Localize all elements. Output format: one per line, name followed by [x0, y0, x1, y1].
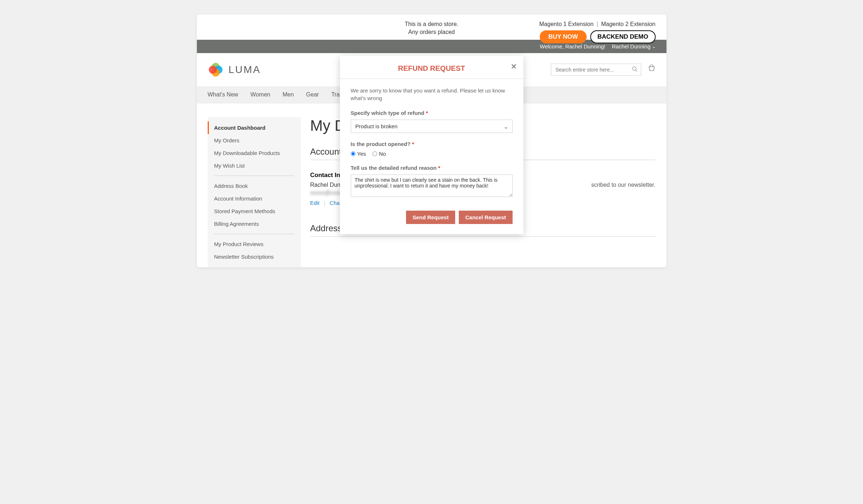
- radio-no[interactable]: [372, 151, 377, 156]
- radio-yes[interactable]: [351, 151, 355, 156]
- modal-body: We are sorry to know that you want a ref…: [340, 79, 523, 234]
- sidebar: Account Dashboard My Orders My Downloada…: [208, 117, 301, 267]
- label-text: Is the product opened?: [351, 141, 411, 147]
- refund-type-select-wrap: Product is broken ⌄: [351, 120, 513, 133]
- sidebar-item-billing[interactable]: Billing Agreements: [208, 217, 301, 230]
- nav-men[interactable]: Men: [282, 91, 294, 98]
- page-container: This is a demo store. Any orders placed …: [197, 14, 666, 267]
- sidebar-item-downloadable[interactable]: My Downloadable Products: [208, 147, 301, 159]
- refund-request-modal: REFUND REQUEST ✕ We are sorry to know th…: [340, 56, 523, 234]
- sidebar-item-newsletter[interactable]: Newsletter Subscriptions: [208, 250, 301, 263]
- backend-demo-button[interactable]: BACKEND DEMO: [590, 30, 656, 43]
- cart-icon[interactable]: [648, 65, 656, 75]
- search-input[interactable]: [551, 64, 641, 76]
- refund-type-select[interactable]: Product is broken: [351, 120, 513, 133]
- product-opened-radios: Yes No: [351, 151, 513, 157]
- sidebar-item-wishlist[interactable]: My Wish List: [208, 159, 301, 172]
- modal-title-text: REFUND REQUEST: [398, 64, 465, 72]
- svg-point-3: [209, 66, 217, 74]
- user-name: Rachel Dunning: [612, 43, 651, 49]
- sidebar-item-account-info[interactable]: Account Information: [208, 192, 301, 205]
- send-request-button[interactable]: Send Request: [406, 211, 455, 224]
- product-opened-label: Is the product opened? *: [351, 141, 513, 147]
- sidebar-item-address[interactable]: Address Book: [208, 180, 301, 192]
- search-box: [551, 64, 641, 76]
- svg-point-4: [633, 67, 636, 70]
- label-text: Specify which type of refund: [351, 110, 424, 116]
- search-icon[interactable]: [632, 66, 638, 73]
- sidebar-divider: [214, 234, 294, 234]
- extension-links: Magento 1 Extension | Magento 2 Extensio…: [539, 21, 656, 27]
- link-separator: |: [597, 21, 598, 27]
- required-indicator: *: [412, 141, 414, 147]
- cancel-request-button[interactable]: Cancel Request: [459, 211, 513, 224]
- radio-yes-text: Yes: [357, 151, 366, 157]
- modal-buttons: Send Request Cancel Request: [351, 211, 513, 224]
- sidebar-divider: [214, 176, 294, 176]
- nav-gear[interactable]: Gear: [306, 91, 319, 98]
- buy-now-button[interactable]: BUY NOW: [540, 30, 587, 43]
- header-right: [551, 64, 656, 76]
- user-dropdown[interactable]: Rachel Dunning ⌄: [612, 43, 656, 49]
- label-text: Tell us the detailed refund reason: [351, 165, 437, 171]
- refund-reason-label: Tell us the detailed refund reason *: [351, 165, 513, 171]
- refund-type-label: Specify which type of refund *: [351, 110, 513, 116]
- sidebar-item-orders[interactable]: My Orders: [208, 134, 301, 147]
- welcome-text: Welcome, Rachel Dunning!: [540, 43, 605, 49]
- edit-link[interactable]: Edit: [310, 200, 320, 206]
- required-indicator: *: [438, 165, 440, 171]
- close-icon[interactable]: ✕: [511, 62, 517, 71]
- promo-buttons: BUY NOW BACKEND DEMO: [540, 30, 656, 43]
- chevron-down-icon: ⌄: [652, 44, 656, 49]
- logo[interactable]: LUMA: [208, 62, 261, 78]
- demo-notice: This is a demo store. Any orders placed …: [197, 14, 666, 40]
- radio-yes-label[interactable]: Yes: [351, 151, 366, 157]
- modal-title: REFUND REQUEST ✕: [340, 56, 523, 79]
- radio-no-text: No: [379, 151, 386, 157]
- nav-women[interactable]: Women: [250, 91, 270, 98]
- logo-text: LUMA: [229, 64, 261, 76]
- sidebar-item-dashboard[interactable]: Account Dashboard: [208, 121, 301, 134]
- nav-whats-new[interactable]: What's New: [208, 91, 238, 98]
- link-separator: |: [324, 200, 325, 206]
- logo-icon: [208, 62, 224, 78]
- required-indicator: *: [426, 110, 428, 116]
- sidebar-item-payment[interactable]: Stored Payment Methods: [208, 205, 301, 217]
- svg-line-5: [636, 70, 637, 72]
- modal-message: We are sorry to know that you want a ref…: [351, 87, 513, 102]
- magento1-link[interactable]: Magento 1 Extension: [539, 21, 594, 27]
- sidebar-item-reviews[interactable]: My Product Reviews: [208, 238, 301, 250]
- magento2-link[interactable]: Magento 2 Extension: [601, 21, 655, 27]
- refund-reason-textarea[interactable]: [351, 175, 513, 197]
- radio-no-label[interactable]: No: [372, 151, 386, 157]
